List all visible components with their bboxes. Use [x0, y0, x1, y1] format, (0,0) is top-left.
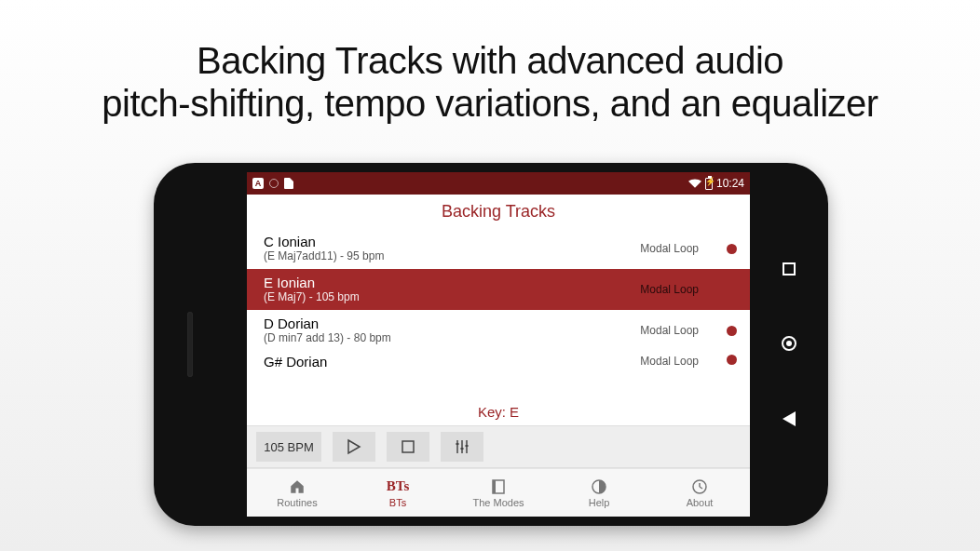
track-subtitle: (D min7 add 13) - 80 bpm: [264, 331, 640, 344]
stop-icon: [401, 439, 415, 454]
play-button[interactable]: [333, 432, 375, 462]
player-controls: 105 BPM: [247, 425, 750, 468]
play-icon: [346, 438, 362, 455]
svg-rect-6: [466, 445, 469, 447]
status-indicator-icon: [269, 179, 279, 188]
tab-modes[interactable]: The Modes: [448, 469, 549, 517]
track-subtitle: (E Maj7) - 105 bpm: [264, 290, 640, 303]
phone-frame: A 10:24 Backing Tracks C Ionian (E Maj7a…: [154, 163, 828, 526]
tab-routines[interactable]: Routines: [247, 469, 347, 517]
tab-bts[interactable]: BTs BTs: [347, 469, 448, 517]
headline: Backing Tracks with advanced audio pitch…: [0, 39, 980, 125]
track-tag: Modal Loop: [640, 324, 699, 337]
sim-icon: [284, 178, 293, 189]
track-title: C Ionian: [264, 235, 640, 250]
track-row[interactable]: G# Dorian Modal Loop: [247, 351, 750, 379]
phone-speaker: [187, 312, 193, 377]
bts-icon: BTs: [387, 478, 409, 495]
bpm-button[interactable]: 105 BPM: [256, 432, 321, 462]
nav-home-button[interactable]: [782, 336, 796, 351]
track-tag: Modal Loop: [640, 242, 699, 255]
nav-recents-button[interactable]: [783, 262, 796, 276]
svg-rect-8: [493, 480, 496, 493]
battery-icon: [705, 178, 713, 190]
key-label: Key: E: [247, 400, 750, 425]
about-icon: [691, 478, 708, 495]
wifi-icon: [688, 179, 701, 188]
record-indicator-icon: [727, 355, 737, 365]
track-title: G# Dorian: [264, 355, 640, 370]
status-time: 10:24: [716, 177, 744, 190]
tab-help[interactable]: Help: [549, 469, 649, 517]
track-tag: Modal Loop: [640, 355, 699, 368]
track-subtitle: (E Maj7add11) - 95 bpm: [264, 249, 640, 262]
book-icon: [492, 478, 505, 495]
track-row[interactable]: E Ionian (E Maj7) - 105 bpm Modal Loop: [247, 269, 750, 310]
tab-about[interactable]: About: [649, 469, 750, 517]
track-row[interactable]: D Dorian (D min7 add 13) - 80 bpm Modal …: [247, 310, 750, 351]
tab-label: The Modes: [472, 497, 524, 508]
track-row[interactable]: C Ionian (E Maj7add11) - 95 bpm Modal Lo…: [247, 228, 750, 269]
tab-label: Help: [589, 497, 610, 508]
headline-line-2: pitch-shifting, tempo variations, and an…: [102, 83, 878, 124]
app-screen: A 10:24 Backing Tracks C Ionian (E Maj7a…: [247, 172, 750, 517]
android-navbar: [763, 233, 815, 456]
record-indicator-icon: [727, 244, 737, 254]
track-title: E Ionian: [264, 276, 640, 291]
keyboard-icon: A: [252, 178, 264, 189]
svg-line-12: [700, 487, 702, 489]
record-indicator-icon: [727, 326, 737, 336]
tab-label: About: [687, 497, 714, 508]
page-title: Backing Tracks: [247, 195, 750, 228]
track-tag: Modal Loop: [640, 283, 699, 296]
headline-line-1: Backing Tracks with advanced audio: [197, 40, 783, 81]
svg-rect-5: [461, 448, 464, 450]
nav-back-button[interactable]: [783, 411, 796, 426]
help-icon: [591, 478, 607, 495]
stop-button[interactable]: [387, 432, 429, 462]
svg-rect-4: [456, 443, 459, 445]
tab-label: BTs: [389, 497, 406, 508]
tab-label: Routines: [277, 497, 317, 508]
status-bar: A 10:24: [247, 172, 750, 195]
bottom-nav: Routines BTs BTs The Modes Help: [247, 468, 750, 517]
track-list: C Ionian (E Maj7add11) - 95 bpm Modal Lo…: [247, 228, 750, 400]
svg-rect-0: [402, 441, 414, 452]
home-icon: [289, 478, 306, 495]
equalizer-icon: [454, 438, 470, 455]
equalizer-button[interactable]: [441, 432, 483, 462]
track-title: D Dorian: [264, 316, 640, 332]
